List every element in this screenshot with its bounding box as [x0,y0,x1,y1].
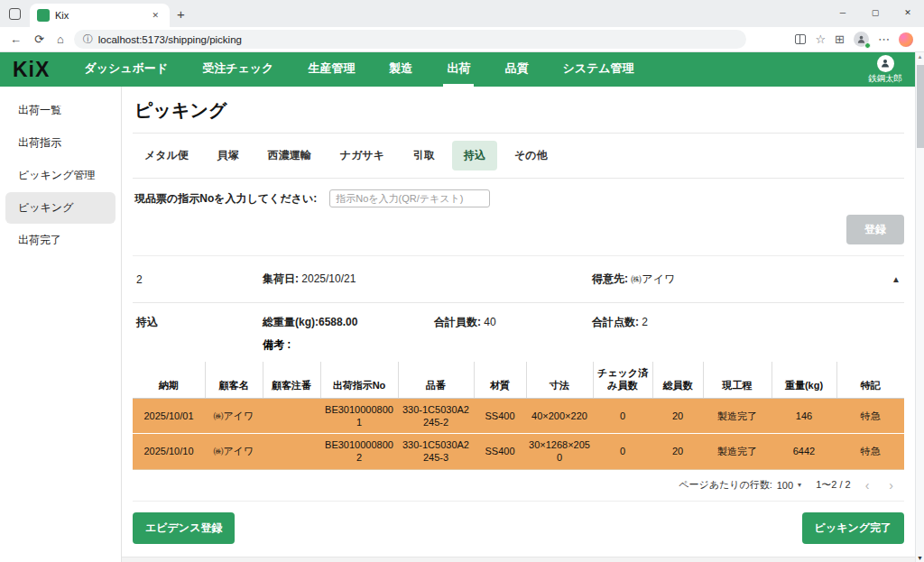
nav-item-production[interactable]: 生産管理 [304,52,358,87]
browser-tab[interactable]: Kix ✕ [30,4,170,27]
picking-card-header[interactable]: 2 集荷日: 2025/10/21 得意先: ㈱アイワ ▲ [133,256,904,303]
favorite-star-icon[interactable]: ☆ [815,32,826,46]
maximize-button[interactable]: ▢ [859,0,892,25]
scrollbar-down-icon[interactable]: ▼ [916,555,924,561]
card-separator [122,557,915,562]
copilot-icon[interactable] [899,32,913,47]
browser-window: Kix ✕ + ─ ▢ ✕ ← ⟳ ⌂ ⓘ localhost:5173/shi… [0,0,924,562]
browser-profile-avatar[interactable] [854,32,869,47]
total-items-label: 合計点数: [592,316,639,328]
browser-tab-strip: Kix ✕ + ─ ▢ ✕ [0,0,924,27]
url-text: localhost:5173/shipping/picking [98,34,242,45]
table-row[interactable]: 2025/10/01 ㈱アイワ BE30100008001 330-1C5030… [133,398,904,434]
col-noki: 納期 [133,362,205,398]
card-actions: エビデンス登録 ピッキング完了 [133,502,904,557]
cell-noki: 2025/10/01 [133,398,205,434]
remarks-label: 備考 : [263,337,434,353]
tab-actions-icon[interactable] [9,8,21,20]
picking-table: 納期 顧客名 顧客注番 出荷指示No 品番 材質 寸法 チェック済み員数 総員数… [133,362,904,470]
col-customer-order: 顧客注番 [263,362,320,398]
register-button[interactable]: 登録 [846,215,904,244]
prev-page-icon[interactable]: ‹ [865,478,870,493]
browser-action-icons: ☆ ⊞ ⋯ [795,32,917,47]
app-header: KiX ダッシュボード 受注チェック 生産管理 製造 出荷 品質 システム管理 … [0,52,915,87]
tab-nagasaki[interactable]: ナガサキ [328,141,396,170]
evidence-register-button[interactable]: エビデンス登録 [133,512,235,544]
cell-dimensions: 30×1268×2050 [526,434,593,470]
more-menu-icon[interactable]: ⋯ [878,32,890,46]
tab-hikitori[interactable]: 引取 [402,141,447,170]
cell-dimensions: 40×200×220 [526,398,593,434]
cell-material: SS400 [474,434,526,470]
refresh-icon[interactable]: ⟳ [32,32,47,46]
picking-complete-button[interactable]: ピッキング完了 [802,512,904,544]
tab-metal-bin[interactable]: メタル便 [133,141,200,170]
cell-weight: 6442 [772,434,836,470]
col-note: 特記 [836,362,904,398]
cell-total-count: 20 [652,398,703,434]
site-info-icon[interactable]: ⓘ [83,32,93,46]
col-material: 材質 [474,362,526,398]
page-scrollbar[interactable]: ▲ ▼ [915,52,924,562]
split-screen-icon[interactable] [795,34,806,44]
dropdown-caret-icon: ▾ [798,481,801,489]
scrollbar-thumb[interactable] [917,65,924,148]
sidebar-item-shipping-instruction[interactable]: 出荷指示 [5,127,116,159]
back-icon[interactable]: ← [7,32,24,46]
user-avatar-icon [877,55,894,72]
collapse-icon[interactable]: ▲ [879,274,901,284]
home-icon[interactable]: ⌂ [54,32,67,46]
cell-note: 特急 [836,434,904,470]
sidebar: 出荷一覧 出荷指示 ピッキング管理 ピッキング 出荷完了 [0,87,122,562]
sidebar-item-picking[interactable]: ピッキング [5,192,116,224]
remarks-row: 備考 : [133,332,904,360]
cell-customer-order [263,398,320,434]
nav-item-dashboard[interactable]: ダッシュボード [80,52,171,87]
cell-weight: 146 [772,398,836,434]
scan-input-label: 現品票の指示Noを入力してください: [134,191,317,207]
nav-item-shipping[interactable]: 出荷 [443,52,474,87]
instruction-no-input[interactable] [329,189,490,207]
nav-item-manufacturing[interactable]: 製造 [385,52,416,87]
cell-total-count: 20 [652,434,703,470]
rows-per-page[interactable]: ページあたりの行数: 100 ▾ [679,478,801,492]
sidebar-item-shipping-list[interactable]: 出荷一覧 [5,95,116,126]
tab-kaizuka[interactable]: 貝塚 [206,141,251,170]
sidebar-item-shipping-complete[interactable]: 出荷完了 [5,225,116,256]
table-row[interactable]: 2025/10/10 ㈱アイワ BE30100008002 330-1C5030… [133,434,904,470]
card-summary-row: 持込 総重量(kg):6588.00 合計員数: 40 合計点数: 2 [133,303,904,332]
tab-sonota[interactable]: その他 [503,141,559,170]
cell-note: 特急 [836,398,904,434]
app-logo[interactable]: KiX [13,58,50,82]
sidebar-item-picking-management[interactable]: ピッキング管理 [5,160,116,191]
address-bar[interactable]: ⓘ localhost:5173/shipping/picking [74,30,746,49]
nav-item-system[interactable]: システム管理 [559,52,637,87]
cell-noki: 2025/10/10 [133,434,205,470]
page-title: ピッキング [133,87,904,134]
tab-seino[interactable]: 西濃運輸 [256,141,323,170]
nav-item-order-check[interactable]: 受注チェック [199,52,277,87]
new-tab-button[interactable]: + [170,6,194,27]
scan-row: 現品票の指示Noを入力してください: [133,179,904,211]
collections-icon[interactable]: ⊞ [835,32,845,46]
next-page-icon[interactable]: › [889,478,893,493]
nav-item-quality[interactable]: 品質 [501,52,531,87]
tab-mochikomi[interactable]: 持込 [452,141,497,170]
cell-customer: ㈱アイワ [205,398,263,434]
user-name: 鉄鋼太郎 [868,73,902,85]
cell-process: 製造完了 [703,398,772,434]
scrollbar-up-icon[interactable]: ▲ [916,54,924,60]
tab-title: Kix [55,10,143,21]
close-window-button[interactable]: ✕ [892,0,924,25]
register-row: 登録 [133,211,904,256]
col-weight: 重量(kg) [772,362,836,398]
total-members-value: 40 [484,316,495,328]
cell-part-no: 330-1C5030A2245-3 [398,434,474,470]
cell-checked-count: 0 [593,434,652,470]
user-block[interactable]: 鉄鋼太郎 [868,55,902,85]
cell-customer-order [263,434,320,470]
col-process: 現工程 [703,362,772,398]
close-tab-icon[interactable]: ✕ [148,9,162,22]
minimize-button[interactable]: ─ [827,0,859,25]
col-shipping-no: 出荷指示No [320,362,398,398]
